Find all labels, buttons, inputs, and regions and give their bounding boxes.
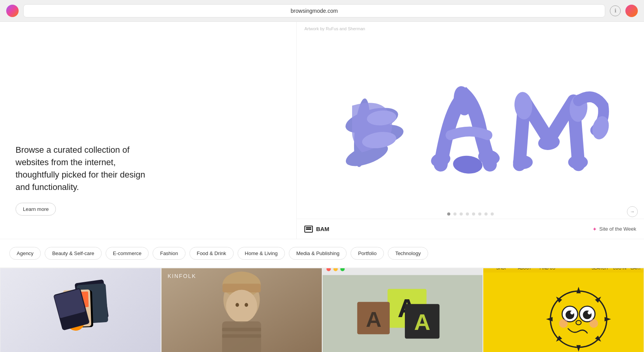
bam-artwork [323, 54, 618, 206]
svg-rect-37 [323, 268, 483, 275]
featured-site-preview[interactable] [297, 22, 644, 239]
svg-text:A: A [414, 309, 430, 335]
profile-button[interactable] [625, 5, 638, 17]
site-of-week-label: Site of the Week [599, 226, 636, 232]
card-1-content [0, 268, 161, 352]
card-4-content: SHOP ABOUT FIND US SEARCH LOG IN CART [483, 268, 644, 352]
brand-cartoon: SHOP ABOUT FIND US SEARCH LOG IN CART [483, 268, 644, 352]
design-blocks: A A A [323, 268, 483, 352]
svg-text:CART: CART [631, 268, 641, 270]
svg-point-35 [245, 303, 248, 307]
bam-logo-icon [304, 226, 313, 233]
svg-rect-16 [306, 227, 311, 228]
filter-beauty[interactable]: Beauty & Self-care [45, 247, 101, 260]
dot-5[interactable] [472, 212, 475, 216]
hero-section: Browse a curated collection of websites … [0, 22, 644, 239]
dot-3[interactable] [460, 212, 463, 216]
browser-logo [6, 5, 19, 17]
filter-food[interactable]: Food & Drink [189, 247, 234, 260]
card-brand[interactable]: SHOP ABOUT FIND US SEARCH LOG IN CART [483, 268, 644, 352]
dot-8[interactable] [491, 212, 494, 216]
kinfolk-label: KINFOLK [168, 273, 196, 279]
filter-bar: Agency Beauty & Self-care E-commerce Fas… [0, 239, 644, 268]
carousel-next-button[interactable]: → [627, 206, 638, 217]
carousel-dots [297, 212, 644, 216]
svg-rect-32 [222, 328, 261, 331]
address-bar[interactable]: browsingmode.com [23, 4, 605, 17]
svg-point-60 [570, 311, 574, 314]
url-text: browsingmode.com [291, 8, 338, 14]
filter-ecommerce[interactable]: E-commerce [106, 247, 149, 260]
filter-home[interactable]: Home & Living [238, 247, 285, 260]
card-3-content: A A A [323, 268, 483, 352]
dot-4[interactable] [466, 212, 469, 216]
card-2-content: KINFOLK [161, 268, 322, 352]
svg-rect-33 [222, 334, 261, 338]
svg-point-14 [568, 155, 588, 169]
svg-point-34 [236, 303, 239, 307]
svg-rect-17 [306, 229, 311, 230]
stacked-cards-illustration [42, 272, 119, 349]
page-content: Browse a curated collection of websites … [0, 22, 644, 352]
svg-point-30 [226, 290, 257, 323]
card-design[interactable]: A A A [322, 268, 483, 352]
info-icon: ℹ [614, 8, 616, 14]
card-portfolio[interactable] [0, 268, 161, 352]
browser-chrome: browsingmode.com ℹ [0, 0, 644, 22]
browser-actions: ℹ [610, 5, 638, 17]
hero-left: Browse a curated collection of websites … [0, 22, 296, 239]
info-button[interactable]: ℹ [610, 5, 621, 16]
dot-7[interactable] [484, 212, 488, 216]
hero-right: Artwork by RuFus and Sherman [296, 22, 644, 239]
svg-point-61 [588, 311, 591, 314]
svg-text:SHOP: SHOP [496, 268, 508, 270]
filter-portfolio[interactable]: Portfolio [351, 247, 384, 260]
svg-text:ABOUT: ABOUT [518, 268, 531, 270]
dot-6[interactable] [478, 212, 481, 216]
cards-grid: KINFOLK [0, 268, 644, 352]
filter-media[interactable]: Media & Publishing [289, 247, 347, 260]
star-icon: ✦ [592, 226, 597, 232]
svg-point-63 [559, 319, 568, 328]
learn-more-button[interactable]: Learn more [16, 203, 56, 216]
site-of-week-badge: ✦ Site of the Week [592, 226, 636, 232]
featured-site-name[interactable]: BAM [304, 226, 329, 233]
dot-2[interactable] [453, 212, 457, 216]
svg-point-64 [590, 319, 598, 328]
card-kinfolk[interactable]: KINFOLK [161, 268, 322, 352]
svg-text:LOG IN: LOG IN [613, 268, 627, 270]
featured-site-label: BAM [316, 226, 329, 232]
hero-description: Browse a curated collection of websites … [16, 144, 155, 193]
arrow-icon: → [630, 209, 635, 214]
filter-agency[interactable]: Agency [9, 247, 41, 260]
bam-letters-svg [323, 54, 618, 206]
kinfolk-person [161, 268, 322, 352]
svg-point-13 [513, 155, 533, 169]
filter-technology[interactable]: Technology [388, 247, 428, 260]
svg-text:A: A [366, 307, 381, 331]
dot-1[interactable] [447, 212, 450, 216]
filter-fashion[interactable]: Fashion [153, 247, 185, 260]
hero-footer: BAM ✦ Site of the Week [297, 219, 644, 239]
svg-text:SEARCH: SEARCH [592, 268, 608, 270]
svg-text:FIND US: FIND US [540, 268, 555, 270]
